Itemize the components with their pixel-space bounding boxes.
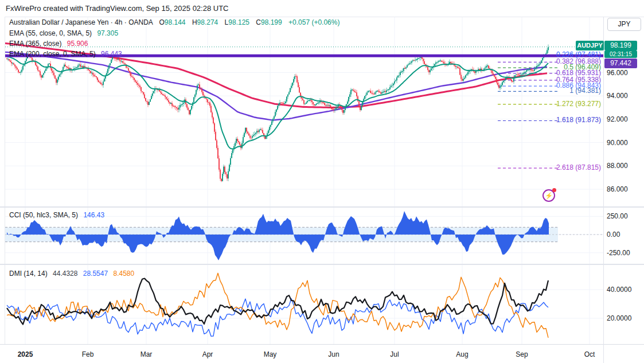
ema200-legend-row[interactable]: EMA (200, close, 0, SMA, 5) 96.443: [9, 50, 122, 58]
symbol-price-tag: AUDJPY: [576, 41, 604, 50]
cci-axis-label: -250.00: [607, 249, 630, 257]
fib-level-label: 1.618 (91.873): [538, 116, 601, 124]
last-price-tag: 98.199: [604, 41, 637, 50]
price-axis-label: 92.000: [607, 115, 628, 123]
ohlc-open: O98.144: [159, 18, 185, 26]
ohlc-low: L98.125: [225, 18, 249, 26]
price-axis-label: 88.000: [607, 162, 628, 170]
dmi-plusdi-value: 28.5547: [83, 270, 108, 278]
ema365-label: EMA (365, close): [9, 40, 61, 48]
price-change: +0.057 (+0.06%): [288, 18, 339, 26]
cci-label: CCI (50, hlc3, SMA, 5): [9, 211, 78, 219]
time-axis-label: Jul: [382, 350, 407, 358]
ema55-legend-row[interactable]: EMA (55, close, 0, SMA, 5) 97.305: [9, 29, 118, 37]
hline-price-tag: 97.442: [604, 58, 637, 68]
price-axis-label: 94.000: [607, 92, 628, 100]
price-axis-label: 90.000: [607, 139, 628, 147]
time-axis-label: Apr: [195, 350, 220, 358]
fib-level-label: 2.618 (87.815): [538, 163, 601, 171]
cci-axis-label: 0.00: [607, 231, 620, 239]
time-axis-label: Mar: [134, 350, 159, 358]
ema365-legend-row[interactable]: EMA (365, close) 95.906: [9, 40, 88, 48]
ema55-label: EMA (55, close, 0, SMA, 5): [9, 29, 92, 37]
fib-level-label: 1 (94.381): [538, 87, 601, 95]
currency-toggle-jpy[interactable]: JPY: [607, 18, 641, 31]
time-axis-label: 2025: [13, 350, 38, 358]
price-axis-label: 96.000: [607, 69, 628, 77]
time-axis-label: Jun: [321, 350, 346, 358]
cci-legend-row[interactable]: CCI (50, hlc3, SMA, 5) 146.43: [9, 211, 104, 219]
cci-value: 146.43: [83, 211, 104, 219]
ohlc-close: C98.199: [256, 18, 282, 26]
time-axis-label: Feb: [75, 350, 100, 358]
ema200-value: 96.443: [101, 50, 122, 58]
symbol-title: Australian Dollar / Japanese Yen · 4h · …: [9, 18, 153, 26]
dmi-adx-value: 44.4328: [53, 270, 77, 278]
notification-dot: [552, 188, 556, 192]
time-axis-label: Oct: [577, 350, 602, 358]
time-axis-label: Sep: [509, 350, 534, 358]
symbol-legend-row[interactable]: Australian Dollar / Japanese Yen · 4h · …: [9, 18, 339, 26]
cci-axis-label: 250.00: [607, 212, 628, 220]
ema55-value: 97.305: [97, 29, 118, 37]
time-axis-label: Aug: [450, 350, 475, 358]
tradingview-chart-window: FxWirePro created with TradingView.com, …: [0, 0, 644, 363]
dmi-axis-label: 40.0000: [607, 286, 631, 294]
ema365-value: 95.906: [67, 40, 88, 48]
price-axis-label: 86.000: [607, 185, 628, 193]
fib-level-label: 1.272 (93.277): [538, 100, 601, 108]
time-axis-label: May: [257, 350, 283, 358]
dmi-label: DMI (14, 14): [9, 270, 48, 278]
dmi-legend-row[interactable]: DMI (14, 14) 44.4328 28.5547 8.4580: [9, 270, 134, 278]
bar-countdown-tag: 02:31:15: [604, 50, 637, 58]
dmi-axis-label: 20.0000: [607, 314, 631, 322]
ohlc-high: H98.274: [192, 18, 218, 26]
ema200-label: EMA (200, close, 0, SMA, 5): [9, 50, 96, 58]
dmi-minusdi-value: 8.4580: [114, 270, 135, 278]
